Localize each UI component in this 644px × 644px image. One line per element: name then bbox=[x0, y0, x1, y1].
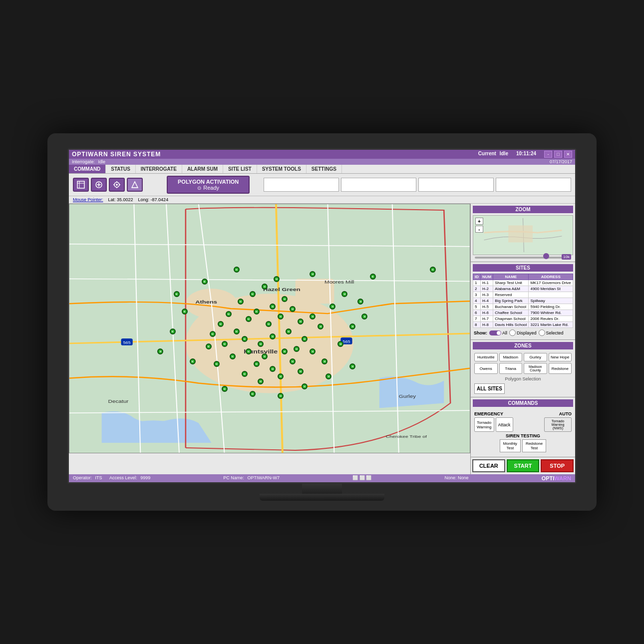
siren-dot[interactable]: H bbox=[262, 353, 268, 359]
table-row[interactable]: 5H-5Buchanan School5940 Fielding Dr. bbox=[473, 304, 573, 310]
show-displayed-radio[interactable] bbox=[509, 329, 516, 336]
clear-button[interactable]: CLEAR bbox=[472, 459, 505, 472]
table-cell-name: Reserved bbox=[493, 292, 529, 298]
siren-dot[interactable]: H bbox=[218, 321, 224, 327]
zoom-in-button[interactable]: + bbox=[475, 218, 483, 225]
zone-madison[interactable]: Madison bbox=[499, 353, 523, 361]
siren-dot[interactable]: H bbox=[226, 311, 232, 317]
tornado-warning-button[interactable]: TornadoWarning bbox=[474, 417, 494, 432]
menu-alarm-sum[interactable]: ALARM SUM bbox=[182, 165, 223, 173]
menu-interrogate[interactable]: INTERROGATE bbox=[136, 165, 182, 173]
table-row[interactable]: 1H-1Sharp Test UnitMK17 Governors Drive bbox=[473, 280, 573, 286]
siren-dot[interactable]: H bbox=[322, 358, 327, 364]
mouse-pointer-link[interactable]: Mouse Pointer: bbox=[73, 197, 103, 202]
zoom-handle[interactable] bbox=[543, 253, 549, 259]
show-selected-radio[interactable] bbox=[539, 329, 545, 336]
siren-dot[interactable]: H bbox=[266, 321, 272, 327]
siren-dot[interactable]: H bbox=[325, 373, 331, 379]
siren-dot[interactable]: H bbox=[230, 353, 236, 359]
window-controls[interactable]: - □ ✕ bbox=[544, 151, 572, 158]
show-all[interactable]: All bbox=[489, 330, 507, 335]
zone-triana[interactable]: Triana bbox=[499, 363, 523, 374]
zoom-out-button[interactable]: - bbox=[475, 226, 483, 233]
main-content: Legend bbox=[69, 204, 575, 474]
siren-dot[interactable]: H bbox=[210, 331, 216, 337]
siren-dot[interactable]: H bbox=[170, 328, 176, 334]
modes-bar: Modes: Polygon Maintenance Zone Config bbox=[69, 453, 470, 453]
show-selected[interactable]: Selected bbox=[539, 329, 564, 336]
redstone-test-button[interactable]: RedstoneTest bbox=[522, 439, 546, 452]
siren-dot[interactable]: H bbox=[190, 358, 196, 364]
close-button[interactable]: ✕ bbox=[564, 151, 572, 158]
map-area[interactable]: Legend bbox=[69, 204, 470, 453]
maximize-button[interactable]: □ bbox=[554, 151, 562, 158]
siren-dot[interactable]: H bbox=[254, 361, 260, 367]
siren-dot[interactable]: H bbox=[242, 371, 248, 377]
siren-dot[interactable]: H bbox=[430, 267, 436, 273]
siren-dot[interactable]: H bbox=[254, 309, 260, 315]
siren-dot[interactable]: H bbox=[298, 368, 304, 374]
siren-dot[interactable]: H bbox=[222, 386, 228, 392]
siren-dot[interactable]: H bbox=[270, 366, 276, 372]
zone-owens[interactable]: Owens bbox=[474, 363, 498, 374]
siren-dot[interactable]: H bbox=[174, 291, 180, 297]
table-row[interactable]: 4H-4Big Spring ParkSpillway bbox=[473, 298, 573, 304]
all-sites-button[interactable]: ALL SITES bbox=[474, 383, 505, 394]
minimize-button[interactable]: - bbox=[544, 151, 552, 158]
table-cell-id: 1 bbox=[473, 280, 481, 286]
siren-dot[interactable]: H bbox=[270, 333, 276, 339]
zoom-section: ZOOM + - bbox=[471, 204, 575, 262]
menu-command[interactable]: COMMAND bbox=[69, 165, 106, 173]
table-row[interactable]: 6H-6Chaffee School7900 Whitner Rd. bbox=[473, 310, 573, 316]
table-row[interactable]: 8H-8Davis Hills School3221 Martin Lake R… bbox=[473, 322, 573, 328]
show-displayed[interactable]: Displayed bbox=[509, 329, 537, 336]
siren-dot[interactable]: H bbox=[310, 348, 316, 354]
zone-redstone[interactable]: Redstone bbox=[549, 363, 572, 374]
menu-system-tools[interactable]: SYSTEM TOOLS bbox=[257, 165, 307, 173]
siren-dot[interactable]: H bbox=[246, 348, 252, 354]
siren-dot[interactable]: H bbox=[278, 373, 284, 379]
toolbar-btn-1[interactable] bbox=[73, 178, 89, 192]
siren-dot[interactable]: H bbox=[234, 328, 240, 334]
siren-dot[interactable]: H bbox=[202, 279, 208, 285]
stop-button[interactable]: STOP bbox=[541, 459, 574, 472]
zone-huntsville[interactable]: Huntsville bbox=[474, 353, 498, 361]
siren-dot[interactable]: H bbox=[370, 274, 376, 280]
siren-dot[interactable]: H bbox=[286, 328, 292, 334]
menu-site-list[interactable]: SITE LIST bbox=[223, 165, 257, 173]
siren-dot[interactable]: H bbox=[302, 383, 308, 389]
siren-dot[interactable]: H bbox=[222, 341, 228, 347]
monthly-test-button[interactable]: MonthlyTest bbox=[500, 439, 521, 452]
status-box-1 bbox=[264, 178, 339, 192]
toolbar-btn-2[interactable] bbox=[91, 178, 107, 192]
siren-dot[interactable]: H bbox=[250, 391, 256, 397]
siren-dot[interactable]: H bbox=[290, 358, 296, 364]
siren-dot[interactable]: H bbox=[258, 378, 264, 384]
siren-dot[interactable]: H bbox=[182, 309, 188, 315]
zone-gurley[interactable]: Gurley bbox=[524, 353, 547, 361]
table-row[interactable]: 3H-3Reserved bbox=[473, 292, 573, 298]
zone-madison-county[interactable]: Madison County bbox=[524, 363, 547, 374]
siren-dot[interactable]: H bbox=[206, 343, 212, 349]
toolbar-btn-4[interactable] bbox=[127, 178, 143, 192]
menu-status[interactable]: STATUS bbox=[106, 165, 136, 173]
attack-button[interactable]: Attack bbox=[496, 417, 513, 432]
siren-dot[interactable]: H bbox=[294, 346, 300, 352]
siren-dot[interactable]: H bbox=[282, 348, 288, 354]
siren-dot[interactable]: H bbox=[302, 336, 308, 342]
siren-dot[interactable]: H bbox=[238, 299, 244, 305]
siren-dot[interactable]: H bbox=[214, 361, 220, 367]
start-button[interactable]: START bbox=[507, 459, 540, 472]
siren-dot[interactable]: H bbox=[242, 336, 248, 342]
siren-dot[interactable]: H bbox=[234, 267, 240, 273]
menu-settings[interactable]: SETTINGS bbox=[307, 165, 342, 173]
zone-new-hope[interactable]: New Hope bbox=[549, 353, 572, 361]
toolbar-btn-3[interactable] bbox=[109, 178, 125, 192]
sites-table: ID NUM NAME ADDRESS 1H-1Sharp Test UnitM… bbox=[473, 274, 573, 328]
siren-dot[interactable]: H bbox=[246, 316, 252, 322]
siren-dot[interactable]: H bbox=[258, 341, 264, 347]
table-row[interactable]: 7H-7Chapman School2006 Reutes Dr. bbox=[473, 316, 573, 322]
table-row[interactable]: 2H-2Alabama A&M4900 Meridian St bbox=[473, 286, 573, 292]
auto-tornado-button[interactable]: TornadoWarning (NWS) bbox=[544, 417, 572, 432]
show-all-toggle[interactable] bbox=[489, 330, 501, 335]
